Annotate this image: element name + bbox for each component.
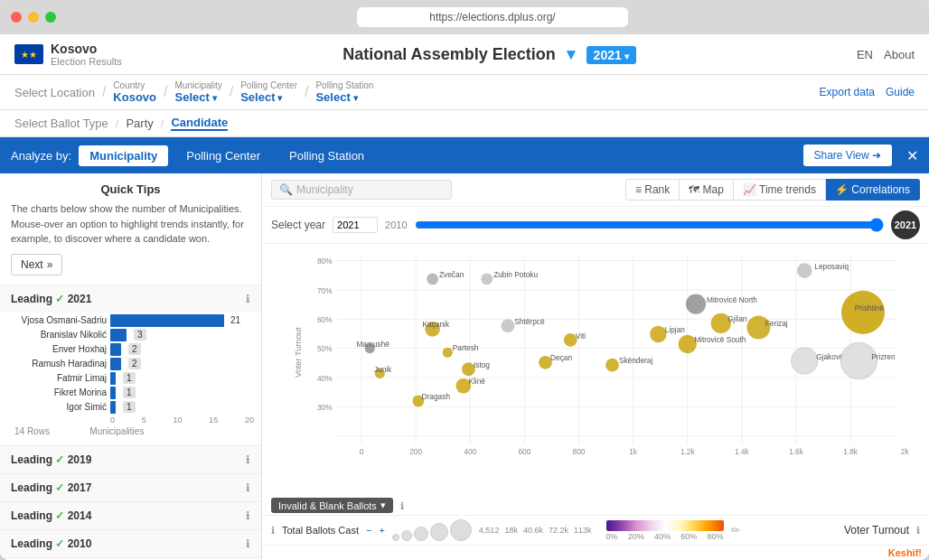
edit-color-button[interactable]: ✏: [731, 524, 740, 537]
leading-2010-info[interactable]: ℹ: [246, 537, 250, 550]
view-map-button[interactable]: 🗺 Map: [680, 179, 734, 201]
leading-2019-info[interactable]: ℹ: [246, 453, 250, 466]
size-label-1: 4,512: [479, 526, 500, 535]
point-mitrovice-north[interactable]: [686, 294, 706, 314]
year-input[interactable]: [333, 217, 378, 233]
url-bar-container: https://elections.dplus.org/: [67, 7, 918, 27]
about-button[interactable]: About: [884, 48, 915, 61]
flag-icon: ★★: [14, 44, 43, 64]
language-button[interactable]: EN: [857, 48, 873, 61]
bar-fill-enver: [110, 343, 121, 356]
polling-center-label: Polling Center: [240, 80, 297, 90]
election-title: National Assembly Election: [343, 45, 555, 63]
svg-text:0: 0: [360, 447, 364, 456]
url-bar[interactable]: https://elections.dplus.org/: [357, 7, 628, 27]
svg-text:Deçan: Deçan: [550, 354, 572, 363]
point-skenderaj[interactable]: [605, 359, 619, 372]
svg-text:50%: 50%: [317, 344, 333, 353]
svg-text:Prizren: Prizren: [871, 352, 896, 361]
svg-text:Junik: Junik: [374, 365, 392, 374]
leading-2014-section: Leading ✓ 2014 ℹ: [0, 502, 261, 530]
svg-text:60%: 60%: [317, 315, 333, 324]
breadcrumb: Select Location / Country Kosovo / Munic…: [0, 75, 929, 110]
year-slider[interactable]: [415, 218, 884, 232]
country-section: Country Kosovo: [113, 80, 156, 104]
invalid-info-icon[interactable]: ℹ: [400, 500, 404, 511]
leading-2010-header[interactable]: Leading ✓ 2010 ℹ: [0, 530, 261, 557]
svg-text:30%: 30%: [317, 403, 333, 412]
tab-municipality[interactable]: Municipality: [79, 145, 168, 166]
leading-2021-info[interactable]: ℹ: [246, 293, 250, 305]
scatter-chart-area: 80% 70% 60% 50% 40% 30% 0 200 400 600 80…: [262, 244, 929, 495]
municipality-dropdown[interactable]: Select: [174, 90, 221, 104]
leading-2017-header[interactable]: Leading ✓ 2017 ℹ: [0, 474, 261, 501]
svg-text:Istog: Istog: [474, 360, 490, 369]
ballot-candidate-option[interactable]: Candidate: [171, 116, 228, 131]
svg-text:1k: 1k: [629, 447, 638, 456]
country-value[interactable]: Kosovo: [113, 90, 156, 104]
total-ballots-info[interactable]: ℹ: [271, 525, 275, 537]
close-window-button[interactable]: [11, 12, 22, 23]
size-legend: [392, 519, 472, 541]
view-rank-button[interactable]: ≡ Rank: [625, 179, 680, 201]
export-data-button[interactable]: Export data: [820, 86, 875, 98]
header-center: National Assembly Election ▾ 2021: [136, 44, 842, 64]
svg-text:Klinë: Klinë: [468, 377, 485, 386]
maximize-window-button[interactable]: [45, 12, 56, 23]
ballot-party-option[interactable]: Party: [126, 117, 153, 130]
leading-2014-info[interactable]: ℹ: [246, 509, 250, 522]
scatter-svg: 80% 70% 60% 50% 40% 30% 0 200 400 600 80…: [262, 244, 929, 495]
leading-2017-info[interactable]: ℹ: [246, 481, 250, 494]
leading-2021-header[interactable]: Leading ✓ 2021 ℹ: [0, 285, 261, 313]
view-correlations-button[interactable]: ⚡ Correlations: [826, 179, 920, 201]
invalid-ballots-badge[interactable]: Invalid & Blank Ballots ▾: [271, 498, 393, 513]
point-zubin[interactable]: [481, 273, 493, 285]
svg-text:200: 200: [409, 447, 422, 456]
polling-center-dropdown[interactable]: Select: [240, 90, 297, 104]
view-time-button[interactable]: 📈 Time trends: [734, 179, 826, 201]
bar-name-vjosa: Vjosa Osmani-Sadriu: [7, 315, 107, 325]
guide-button[interactable]: Guide: [886, 86, 915, 98]
bar-fill-ramush: [110, 358, 121, 370]
keshif-logo: Keshif!: [888, 547, 922, 558]
tab-polling-station[interactable]: Polling Station: [278, 145, 375, 166]
breadcrumb-actions: Export data Guide: [820, 86, 915, 98]
share-view-button[interactable]: Share View ➜: [803, 145, 892, 166]
point-gjakovë[interactable]: [791, 348, 818, 375]
point-leposaviq[interactable]: [797, 263, 812, 278]
quick-tips-title: Quick Tips: [11, 182, 250, 196]
tab-polling-center[interactable]: Polling Center: [175, 145, 271, 166]
year-badge-button[interactable]: 2021: [586, 46, 636, 64]
voter-turnout-info[interactable]: ℹ: [916, 525, 920, 537]
size-label-4: 72.2k: [549, 526, 568, 535]
axis-labels: 05101520: [7, 415, 254, 425]
quick-tips-section: Quick Tips The charts below show the num…: [0, 173, 261, 285]
svg-text:70%: 70%: [317, 286, 333, 295]
search-box[interactable]: 🔍 Municipality: [271, 180, 452, 200]
size-decrease-button[interactable]: −: [366, 525, 371, 536]
leading-2019-header[interactable]: Leading ✓ 2019 ℹ: [0, 446, 261, 473]
site-subtitle: Election Results: [51, 56, 122, 67]
minimize-window-button[interactable]: [28, 12, 39, 23]
size-increase-button[interactable]: +: [379, 525, 384, 536]
header-right: EN About: [857, 48, 915, 61]
close-panel-button[interactable]: ✕: [906, 147, 918, 164]
svg-text:Prishtinë: Prishtinë: [855, 303, 885, 313]
point-lipjan[interactable]: [650, 326, 667, 343]
leading-2014-header[interactable]: Leading ✓ 2014 ℹ: [0, 502, 261, 529]
bar-row-ramush: Ramush Haradinaj 2: [7, 358, 254, 370]
next-button[interactable]: Next: [11, 254, 62, 275]
polling-station-dropdown[interactable]: Select: [315, 90, 373, 104]
leading-2014-title: Leading ✓ 2014: [11, 509, 91, 522]
point-partesh[interactable]: [443, 348, 453, 358]
bar-name-fikret: Fikret Morina: [7, 387, 107, 397]
bar-fill-fatmir: [110, 372, 116, 385]
svg-text:Gjilan: Gjilan: [727, 314, 747, 323]
point-shterpcë[interactable]: [501, 319, 514, 332]
svg-text:600: 600: [518, 447, 530, 456]
svg-text:Kaçanik: Kaçanik: [423, 321, 450, 330]
svg-text:Gjakovë: Gjakovë: [816, 352, 844, 361]
point-zvecan[interactable]: [427, 273, 438, 285]
size-circle-3: [414, 527, 428, 541]
polling-station-label: Polling Station: [315, 80, 373, 90]
